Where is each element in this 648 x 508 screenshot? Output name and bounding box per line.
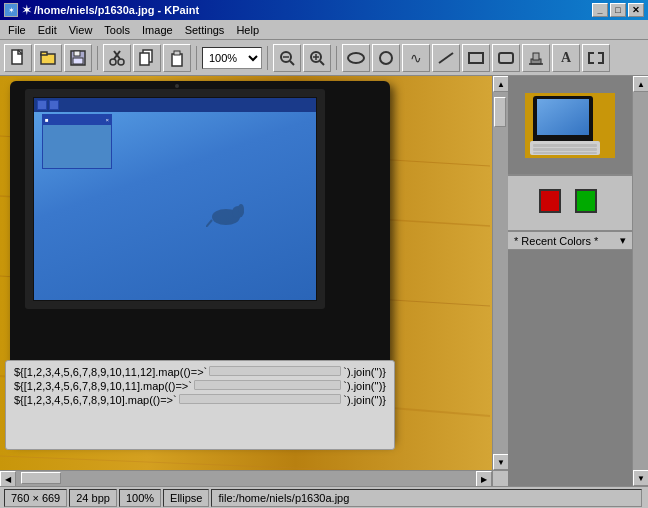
menu-image[interactable]: Image bbox=[136, 22, 179, 38]
color-swatches-area bbox=[508, 176, 632, 231]
cut-button[interactable] bbox=[103, 44, 131, 72]
app-icon: ✶ bbox=[4, 3, 18, 17]
menu-edit[interactable]: Edit bbox=[32, 22, 63, 38]
menu-view[interactable]: View bbox=[63, 22, 99, 38]
right-panel: * Recent Colors * ▾ ▲ ▼ bbox=[508, 76, 648, 486]
right-panel-scrollbar[interactable]: ▲ ▼ bbox=[632, 76, 648, 486]
svg-point-8 bbox=[110, 59, 116, 65]
separator-2 bbox=[196, 46, 197, 70]
zoom-out-button[interactable] bbox=[273, 44, 301, 72]
recent-colors-dropdown[interactable]: ▾ bbox=[620, 234, 626, 247]
ellipse-icon bbox=[347, 52, 365, 64]
canvas-area[interactable]: ■× bbox=[0, 76, 508, 486]
main-area: ■× bbox=[0, 76, 648, 486]
scroll-down-button[interactable]: ▼ bbox=[493, 454, 508, 470]
new-button[interactable] bbox=[4, 44, 32, 72]
horizontal-scrollbar[interactable]: ◀ ▶ bbox=[0, 470, 492, 486]
svg-point-33 bbox=[238, 204, 244, 214]
background-color-swatch[interactable] bbox=[575, 189, 601, 217]
svg-line-18 bbox=[320, 61, 324, 65]
laptop-screen-bezel: ■× bbox=[25, 89, 325, 309]
ellipse-tool-button[interactable] bbox=[342, 44, 370, 72]
svg-rect-12 bbox=[172, 54, 182, 66]
separator-1 bbox=[97, 46, 98, 70]
save-button[interactable] bbox=[64, 44, 92, 72]
status-tool: Ellipse bbox=[163, 489, 209, 507]
text-tool-button[interactable]: A bbox=[552, 44, 580, 72]
right-scroll-track[interactable] bbox=[633, 92, 648, 470]
separator-4 bbox=[336, 46, 337, 70]
paste-button[interactable] bbox=[163, 44, 191, 72]
right-scroll-down[interactable]: ▼ bbox=[633, 470, 648, 486]
svg-rect-4 bbox=[74, 51, 80, 56]
scroll-left-button[interactable]: ◀ bbox=[0, 471, 16, 486]
svg-line-21 bbox=[439, 53, 453, 63]
line-tool-button[interactable] bbox=[432, 44, 460, 72]
laptop-screen: ■× bbox=[33, 97, 317, 301]
svg-rect-5 bbox=[73, 58, 83, 64]
text-A-icon: A bbox=[561, 50, 571, 66]
menu-file[interactable]: File bbox=[2, 22, 32, 38]
foreground-color-swatch[interactable] bbox=[539, 189, 565, 217]
rounded-rect-tool-button[interactable] bbox=[492, 44, 520, 72]
thumbnail-area bbox=[508, 76, 632, 176]
thumbnail-image bbox=[525, 93, 615, 158]
status-dimensions: 760 × 669 bbox=[4, 489, 67, 507]
svg-rect-2 bbox=[41, 52, 47, 55]
zoom-select[interactable]: 25%50%75%100%150%200%400% bbox=[202, 47, 262, 69]
window-title: ✶ /home/niels/p1630a.jpg - KPaint bbox=[22, 4, 199, 17]
zoom-in-button[interactable] bbox=[303, 44, 331, 72]
status-bar: 760 × 669 24 bpp 100% Ellipse file:/home… bbox=[0, 486, 648, 508]
svg-line-34 bbox=[206, 220, 212, 227]
close-button[interactable]: ✕ bbox=[628, 3, 644, 17]
scrollbar-corner bbox=[492, 470, 508, 486]
wave-tool-button[interactable]: ∿ bbox=[402, 44, 430, 72]
toolbar: 25%50%75%100%150%200%400% ∿ A bbox=[0, 40, 648, 76]
scroll-right-button[interactable]: ▶ bbox=[476, 471, 492, 486]
scroll-track-h[interactable] bbox=[16, 471, 476, 486]
recent-colors-palette[interactable] bbox=[508, 250, 632, 486]
menu-settings[interactable]: Settings bbox=[179, 22, 231, 38]
image-canvas[interactable]: ■× bbox=[0, 76, 492, 470]
svg-rect-38 bbox=[537, 99, 589, 135]
maximize-button[interactable]: □ bbox=[610, 3, 626, 17]
wave-icon: ∿ bbox=[410, 50, 422, 66]
svg-rect-11 bbox=[140, 53, 149, 65]
menu-help[interactable]: Help bbox=[230, 22, 265, 38]
separator-3 bbox=[267, 46, 268, 70]
rect-tool-button[interactable] bbox=[462, 44, 490, 72]
menu-bar: File Edit View Tools Image Settings Help bbox=[0, 20, 648, 40]
svg-rect-13 bbox=[174, 51, 180, 55]
svg-rect-40 bbox=[533, 144, 597, 147]
svg-rect-42 bbox=[533, 152, 597, 154]
copy-button[interactable] bbox=[133, 44, 161, 72]
rat-silhouette bbox=[206, 202, 246, 229]
right-scroll-up[interactable]: ▲ bbox=[633, 76, 648, 92]
status-bpp: 24 bpp bbox=[69, 489, 117, 507]
vertical-scrollbar[interactable]: ▲ ▼ bbox=[492, 76, 508, 470]
laptop-photo: ■× bbox=[0, 76, 492, 470]
svg-rect-23 bbox=[533, 53, 539, 60]
rect-icon bbox=[468, 52, 484, 64]
laptop-keyboard: ${[1,2,3,4,5,6,7,8,9,10,11,12].map(()=>`… bbox=[5, 360, 395, 450]
menu-tools[interactable]: Tools bbox=[98, 22, 136, 38]
recent-colors-label: * Recent Colors * bbox=[514, 235, 598, 247]
svg-rect-41 bbox=[533, 148, 597, 151]
minimize-button[interactable]: _ bbox=[592, 3, 608, 17]
svg-line-15 bbox=[290, 61, 294, 65]
scroll-track-v[interactable] bbox=[493, 92, 508, 454]
scroll-up-button[interactable]: ▲ bbox=[493, 76, 508, 92]
svg-point-9 bbox=[118, 59, 124, 65]
open-button[interactable] bbox=[34, 44, 62, 72]
window-controls: _ □ ✕ bbox=[592, 3, 644, 17]
title-bar: ✶ ✶ /home/niels/p1630a.jpg - KPaint _ □ … bbox=[0, 0, 648, 20]
right-panel-content: * Recent Colors * ▾ bbox=[508, 76, 632, 486]
circle-tool-button[interactable] bbox=[372, 44, 400, 72]
status-filename: file:/home/niels/p1630a.jpg bbox=[211, 489, 642, 507]
dotted-rect-icon bbox=[588, 52, 604, 64]
recent-colors-header: * Recent Colors * ▾ bbox=[508, 231, 632, 250]
dotted-rect-tool-button[interactable] bbox=[582, 44, 610, 72]
circle-icon bbox=[379, 51, 393, 65]
status-zoom: 100% bbox=[119, 489, 161, 507]
stamp-tool-button[interactable] bbox=[522, 44, 550, 72]
